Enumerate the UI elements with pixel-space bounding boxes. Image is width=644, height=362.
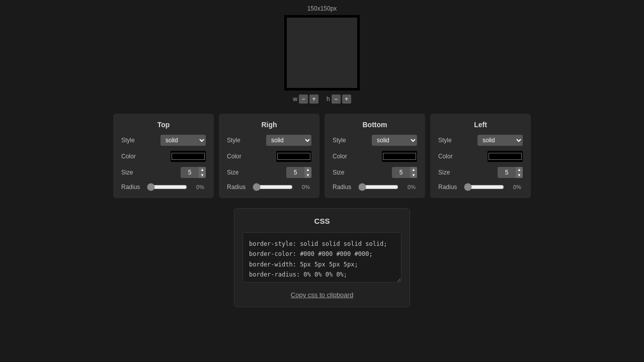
panels-row: TopStylesoliddasheddotteddoublenoneColor…: [113, 114, 531, 198]
radius-row-top: Radius0%: [121, 183, 206, 191]
style-row-right: Stylesoliddasheddotteddoublenone: [227, 135, 311, 146]
radius-slider-right[interactable]: [253, 183, 293, 191]
border-panel-bottom: BottomStylesoliddasheddotteddoublenoneCo…: [325, 114, 425, 198]
color-label-top: Color: [121, 153, 144, 160]
preview-box: [284, 15, 360, 90]
size-spinner-top: 5▲▼: [181, 167, 206, 178]
border-panel-right: RighStylesoliddasheddotteddoublenoneColo…: [219, 114, 319, 198]
size-down-button-right[interactable]: ▼: [304, 172, 311, 178]
color-row-bottom: Color: [333, 151, 417, 162]
width-decrease-button[interactable]: −: [299, 95, 308, 104]
panel-title-top: Top: [121, 121, 206, 129]
border-panel-left: LeftStylesoliddasheddotteddoublenoneColo…: [430, 114, 531, 198]
style-select-left[interactable]: soliddasheddotteddoublenone: [477, 135, 523, 146]
size-down-button-top[interactable]: ▼: [199, 172, 206, 178]
size-row-right: Size5▲▼: [227, 167, 311, 178]
radius-row-right: Radius0%: [227, 183, 311, 191]
copy-css-button[interactable]: Copy css to clipboard: [291, 291, 353, 299]
height-increase-button[interactable]: +: [342, 95, 351, 104]
radius-row-bottom: Radius0%: [333, 183, 417, 191]
panel-title-right: Righ: [227, 121, 311, 129]
style-row-left: Stylesoliddasheddotteddoublenone: [438, 135, 523, 146]
width-increase-button[interactable]: +: [309, 95, 318, 104]
css-output[interactable]: [243, 232, 401, 283]
size-down-button-left[interactable]: ▼: [516, 172, 523, 178]
radius-row-left: Radius0%: [438, 183, 523, 191]
size-row-bottom: Size5▲▼: [333, 167, 417, 178]
radius-value-left: 0%: [507, 184, 521, 190]
size-row-left: Size5▲▼: [438, 167, 523, 178]
color-label-left: Color: [438, 153, 461, 160]
width-resize-group: w − +: [293, 95, 318, 104]
color-row-left: Color: [438, 151, 523, 162]
size-up-button-bottom[interactable]: ▲: [410, 167, 417, 172]
color-input-bottom[interactable]: [382, 151, 417, 162]
color-label-bottom: Color: [333, 153, 355, 160]
size-value-bottom: 5: [392, 168, 410, 177]
color-input-right[interactable]: [276, 151, 311, 162]
style-label-right: Style: [227, 137, 250, 144]
size-up-button-top[interactable]: ▲: [199, 167, 206, 172]
border-panel-top: TopStylesoliddasheddotteddoublenoneColor…: [113, 114, 214, 198]
size-label-top: Size: [121, 169, 144, 176]
radius-value-right: 0%: [296, 184, 310, 190]
size-up-button-left[interactable]: ▲: [516, 167, 523, 172]
preview-section: 150x150px w − + h − +: [284, 5, 360, 104]
css-title: CSS: [243, 217, 401, 225]
radius-label-top: Radius: [121, 184, 144, 191]
size-value-left: 5: [498, 168, 516, 177]
radius-value-top: 0%: [190, 184, 204, 190]
height-label: h: [327, 96, 330, 103]
style-select-bottom[interactable]: soliddasheddotteddoublenone: [372, 135, 417, 146]
color-input-top[interactable]: [171, 151, 206, 162]
radius-value-bottom: 0%: [401, 184, 416, 190]
style-label-top: Style: [121, 137, 144, 144]
style-row-top: Stylesoliddasheddotteddoublenone: [121, 135, 206, 146]
panel-title-bottom: Bottom: [333, 121, 417, 129]
radius-label-bottom: Radius: [333, 184, 355, 191]
style-select-top[interactable]: soliddasheddotteddoublenone: [160, 135, 206, 146]
size-row-top: Size5▲▼: [121, 167, 206, 178]
height-decrease-button[interactable]: −: [332, 95, 341, 104]
size-label-left: Size: [438, 169, 461, 176]
size-spinner-bottom: 5▲▼: [392, 167, 417, 178]
radius-slider-top[interactable]: [147, 183, 187, 191]
radius-slider-bottom[interactable]: [358, 183, 398, 191]
style-row-bottom: Stylesoliddasheddotteddoublenone: [333, 135, 417, 146]
color-row-right: Color: [227, 151, 311, 162]
width-label: w: [293, 96, 297, 103]
size-value-top: 5: [181, 168, 199, 177]
style-label-left: Style: [438, 137, 461, 144]
radius-label-left: Radius: [438, 184, 461, 191]
style-label-bottom: Style: [333, 137, 355, 144]
radius-slider-left[interactable]: [464, 183, 504, 191]
color-input-left[interactable]: [488, 151, 523, 162]
radius-label-right: Radius: [227, 184, 250, 191]
size-label-right: Size: [227, 169, 250, 176]
size-spinner-left: 5▲▼: [498, 167, 523, 178]
size-spinner-right: 5▲▼: [286, 167, 311, 178]
css-section: CSS Copy css to clipboard: [234, 208, 410, 307]
color-label-right: Color: [227, 153, 250, 160]
size-up-button-right[interactable]: ▲: [304, 167, 311, 172]
size-label-bottom: Size: [333, 169, 355, 176]
preview-label: 150x150px: [307, 5, 337, 12]
panel-title-left: Left: [438, 121, 523, 129]
size-value-right: 5: [286, 168, 304, 177]
height-resize-group: h − +: [327, 95, 351, 104]
color-row-top: Color: [121, 151, 206, 162]
style-select-right[interactable]: soliddasheddotteddoublenone: [266, 135, 311, 146]
size-down-button-bottom[interactable]: ▼: [410, 172, 417, 178]
resize-controls: w − + h − +: [293, 95, 351, 104]
